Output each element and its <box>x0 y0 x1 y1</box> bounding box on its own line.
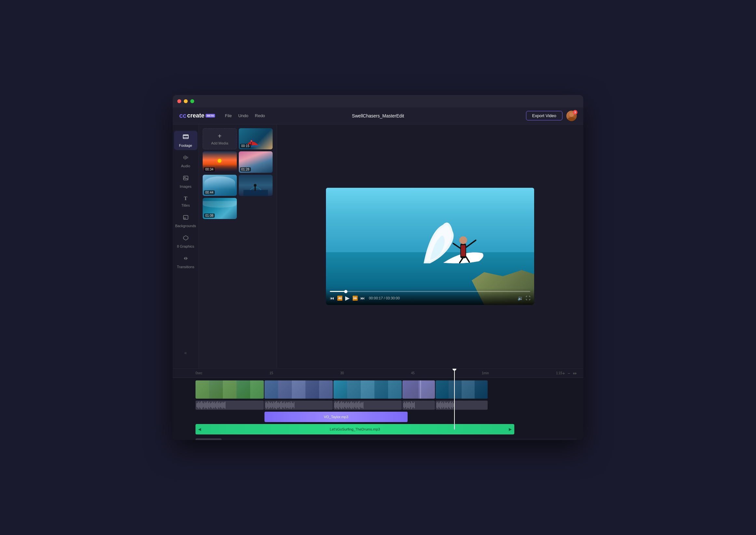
ruler-30: 30 <box>340 371 344 375</box>
sidebar-item-graphics[interactable]: 8 Graphics <box>174 232 198 251</box>
titlebar <box>173 95 583 107</box>
sidebar-images-label: Images <box>179 184 191 188</box>
svg-point-9 <box>184 177 185 178</box>
waveform-bars-4 <box>402 401 435 410</box>
add-media-label: Add Media <box>211 141 229 145</box>
waveform-5 <box>436 401 488 410</box>
play-button[interactable]: ▶ <box>345 295 350 302</box>
waveform-4 <box>402 401 435 410</box>
skip-forward-button[interactable]: ⏭ <box>361 296 365 301</box>
ruler-1min: 1min <box>482 371 489 375</box>
minimize-button[interactable] <box>184 99 188 103</box>
svg-marker-11 <box>183 236 188 240</box>
waveform-bars-2 <box>264 401 333 410</box>
clip-2-time: 00:34 <box>204 167 215 172</box>
timeline-scrollbar[interactable] <box>196 438 577 440</box>
waveform-3 <box>334 401 402 410</box>
controls-left: ⏮ ⏪ ▶ ⏩ ⏭ 00:00:17 / 03:30:00 <box>330 295 400 302</box>
media-clip-6[interactable]: 01:08 <box>202 198 237 219</box>
music-right-arrow: ▶ <box>509 427 512 432</box>
sidebar-graphics-label: 8 Graphics <box>177 244 194 248</box>
progress-fill <box>330 291 346 292</box>
collapse-icon[interactable]: « <box>184 350 187 355</box>
graphics-icon <box>183 235 189 242</box>
ruler-45: 45 <box>411 371 415 375</box>
video-clip-3[interactable] <box>334 380 402 399</box>
sidebar-titles-label: Titles <box>181 203 190 207</box>
ruler-15: 15 <box>270 371 273 375</box>
clip-1-time: 00:15 <box>240 144 251 148</box>
images-icon <box>183 175 189 183</box>
clip-3-time: 01:28 <box>240 167 251 172</box>
export-video-button[interactable]: Export Video <box>526 111 562 120</box>
volume-button[interactable]: 🔉 <box>518 296 523 301</box>
video-clip-2[interactable] <box>264 380 333 399</box>
sidebar-item-titles[interactable]: T Titles <box>174 193 198 210</box>
video-player: ⏮ ⏪ ▶ ⏩ ⏭ 00:00:17 / 03:30:00 🔉 ⛶ <box>326 188 534 305</box>
sidebar: Footage Audio <box>173 124 199 368</box>
sidebar-item-audio[interactable]: Audio <box>174 152 198 171</box>
waveform-2 <box>264 401 333 410</box>
app-logo: cc create BETA <box>179 112 215 120</box>
zoom-out-button[interactable]: − <box>568 371 570 376</box>
svg-line-21 <box>453 243 460 248</box>
maximize-button[interactable] <box>190 99 194 103</box>
scrollbar-thumb[interactable] <box>196 438 222 440</box>
audio-icon <box>183 155 189 162</box>
close-button[interactable] <box>177 99 181 103</box>
music-track-row: ◀ Let'sGoSurfing_TheDrums.mp3 ▶ <box>196 424 577 435</box>
menu-redo[interactable]: Redo <box>255 113 265 118</box>
logo-cc: cc <box>179 112 186 120</box>
sidebar-audio-label: Audio <box>181 164 190 168</box>
svg-rect-15 <box>243 190 268 196</box>
fit-button[interactable]: ⇔ <box>573 371 577 376</box>
sidebar-item-transitions[interactable]: Transitions <box>174 253 198 271</box>
media-clip-2[interactable]: 00:34 <box>202 151 237 173</box>
media-clip-1[interactable]: 00:15 <box>239 128 273 149</box>
video-clip-1[interactable] <box>196 380 264 399</box>
skip-back-button[interactable]: ⏮ <box>330 296 335 301</box>
sidebar-item-backgrounds[interactable]: Backgrounds <box>174 212 198 230</box>
waveform-bars-5 <box>436 401 488 410</box>
rewind-button[interactable]: ⏪ <box>337 296 342 301</box>
app-window: cc create BETA File Undo Redo SwellChase… <box>173 95 583 440</box>
timeline-tracks: VO_Taylor.mp3 ◀ Let'sGoSurfing_TheDrums.… <box>173 378 583 437</box>
waveform-row <box>196 401 577 410</box>
zoom-in-button[interactable]: + <box>562 371 565 376</box>
svg-point-14 <box>251 140 252 142</box>
waveform-1 <box>196 401 264 410</box>
progress-bar[interactable] <box>330 291 530 292</box>
sidebar-footage-label: Footage <box>179 144 192 147</box>
music-left-arrow: ◀ <box>198 427 201 432</box>
media-panel: + Add Media 00:15 <box>199 124 277 368</box>
svg-rect-8 <box>183 176 188 180</box>
sidebar-item-images[interactable]: Images <box>174 173 198 191</box>
ruler-0sec: 0sec <box>196 371 202 375</box>
media-clip-5[interactable] <box>239 175 273 196</box>
svg-point-1 <box>568 117 576 121</box>
playhead[interactable] <box>454 369 455 430</box>
timeline-area: 0sec 15 30 45 1min 1:15 + − ⇔ <box>173 368 583 440</box>
controls-row: ⏮ ⏪ ▶ ⏩ ⏭ 00:00:17 / 03:30:00 🔉 ⛶ <box>330 295 530 302</box>
main-content: Footage Audio <box>173 124 583 368</box>
menu-undo[interactable]: Undo <box>238 113 248 118</box>
video-clip-5[interactable] <box>436 380 488 399</box>
menu-file[interactable]: File <box>225 113 231 118</box>
vo-track-row: VO_Taylor.mp3 <box>196 412 577 422</box>
vo-track[interactable]: VO_Taylor.mp3 <box>264 412 408 422</box>
music-track[interactable]: ◀ Let'sGoSurfing_TheDrums.mp3 ▶ <box>196 424 514 435</box>
media-clip-3[interactable]: 01:28 <box>239 151 273 173</box>
video-controls: ⏮ ⏪ ▶ ⏩ ⏭ 00:00:17 / 03:30:00 🔉 ⛶ <box>326 288 534 305</box>
fast-forward-button[interactable]: ⏩ <box>352 296 358 301</box>
menubar-right: Export Video 3 <box>526 111 577 121</box>
fullscreen-button[interactable]: ⛶ <box>526 296 530 301</box>
progress-handle[interactable] <box>344 290 347 293</box>
media-clip-4[interactable]: 00:44 <box>202 175 237 196</box>
add-media-button[interactable]: + Add Media <box>202 128 237 149</box>
menubar: cc create BETA File Undo Redo SwellChase… <box>173 107 583 124</box>
footage-icon <box>182 133 189 142</box>
waveform-bars-1 <box>196 401 264 410</box>
sidebar-item-footage[interactable]: Footage <box>174 131 198 150</box>
backgrounds-icon <box>183 214 189 222</box>
video-clip-4[interactable] <box>402 380 435 399</box>
